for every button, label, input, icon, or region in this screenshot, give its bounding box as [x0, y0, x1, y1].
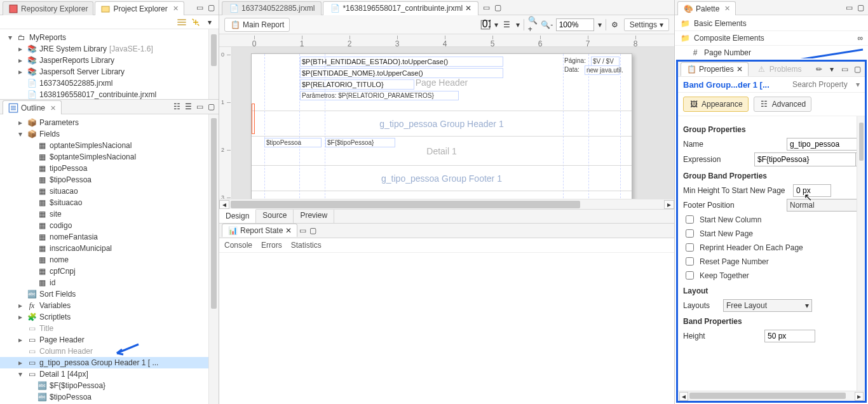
chk-reset-page-number[interactable] — [686, 257, 694, 266]
text-field[interactable]: $P{BTH_ENTIDADE_ESTADO}.toUpperCase() — [300, 57, 503, 67]
outline-fields[interactable]: ▾📦Fields — [0, 128, 219, 140]
chk-reprint-header[interactable] — [686, 243, 694, 252]
subtab-stats[interactable]: Statistics — [291, 241, 322, 250]
tree-mode-icon[interactable]: ☷ — [172, 102, 182, 112]
outline-tree[interactable]: ▸📦Parameters ▾📦Fields ▦optanteSimplesNac… — [0, 114, 219, 404]
search-dropdown[interactable]: ▾ — [856, 80, 860, 89]
project-tree[interactable]: ▾🗀MyReports ▸📚JRE System Library [JavaSE… — [0, 29, 219, 99]
outline-title-band[interactable]: ▭Title — [0, 323, 219, 334]
outline-field[interactable]: ▦id — [0, 277, 219, 288]
view-appearance[interactable]: 🖼Appearance — [683, 97, 749, 112]
tool-icon[interactable]: 010 — [480, 20, 491, 30]
maximize-icon[interactable]: ▢ — [492, 3, 503, 13]
text-field[interactable]: $P{RELATORIO_TITULO} — [300, 79, 414, 90]
outline-field[interactable]: ▦nome — [0, 254, 219, 266]
minimize-icon[interactable]: ▭ — [297, 226, 308, 236]
tree-item[interactable]: 📄1637340522885.jrxml — [0, 77, 219, 89]
mode-source[interactable]: Source — [256, 210, 294, 223]
ruler-vertical[interactable]: 0123 — [219, 47, 232, 199]
list-mode-icon[interactable]: ☰ — [183, 102, 193, 112]
maximize-icon[interactable]: ▢ — [308, 226, 318, 236]
zoom-in-icon[interactable]: 🔍+ — [528, 20, 538, 30]
chk-start-new-column[interactable] — [686, 215, 694, 224]
tab-outline[interactable]: Outline ✕ — [3, 100, 62, 114]
text-field[interactable]: $tipoPessoa — [264, 138, 322, 147]
outline-detail[interactable]: ▾▭Detail 1 [44px] — [0, 368, 219, 380]
text-field[interactable]: $P{ENTIDADE_NOME}.toUpperCase() — [300, 68, 503, 78]
tab-project-explorer[interactable]: Project Explorer ✕ — [95, 1, 184, 15]
tool-icon[interactable]: ☰ — [502, 20, 512, 30]
scrollbar-vertical[interactable] — [208, 29, 219, 99]
view-menu-icon[interactable]: ▾ — [205, 17, 215, 27]
link-editor-icon[interactable] — [191, 17, 201, 27]
maximize-icon[interactable]: ▢ — [206, 102, 216, 112]
tree-item[interactable]: ▸📚JRE System Library [JavaSE-1.6] — [0, 43, 219, 55]
outline-detail-field[interactable]: 🔤$tipoPessoa — [0, 391, 219, 403]
infinity-icon[interactable]: ∞ — [857, 34, 863, 43]
outline-sort-fields[interactable]: 🔤Sort Fields — [0, 288, 219, 300]
tree-item[interactable]: ▸📚JasperReports Library — [0, 55, 219, 66]
band-group-footer[interactable]: g_tipo_pessoa Group Footer 1 — [252, 166, 632, 191]
maximize-icon[interactable]: ▢ — [206, 3, 216, 13]
static-text[interactable]: Página: — [563, 57, 588, 65]
outline-column-header[interactable]: ▭Column Header — [0, 346, 219, 357]
outline-field[interactable]: ▦$tipoPessoa — [0, 174, 219, 185]
min-height-input[interactable] — [793, 184, 831, 197]
pin-icon[interactable]: ▾ — [827, 64, 837, 74]
outline-group-header-selected[interactable]: ▸▭g_tipo_pessoa Group Header 1 [ ... — [0, 357, 219, 368]
maximize-icon[interactable]: ▢ — [852, 64, 862, 74]
band-page-header[interactable]: Page Header $P{BTH_ENTIDADE_ESTADO}.toUp… — [252, 54, 632, 111]
tree-root[interactable]: ▾🗀MyReports — [0, 32, 219, 43]
outline-field[interactable]: ▦cpfCnpj — [0, 266, 219, 277]
outline-variables[interactable]: ▸fxVariables — [0, 300, 219, 311]
scrollbar-vertical[interactable] — [857, 116, 865, 391]
close-icon[interactable]: ✕ — [50, 104, 56, 112]
new-icon[interactable]: ✏ — [814, 64, 824, 74]
height-input[interactable] — [764, 330, 815, 342]
outline-detail-field[interactable]: 🔤$F{$tipoPessoa} — [0, 380, 219, 391]
view-advanced[interactable]: ☷Advanced — [754, 97, 811, 112]
outline-parameters[interactable]: ▸📦Parameters — [0, 117, 219, 128]
minimize-icon[interactable]: ▭ — [839, 64, 850, 74]
scrollbar-horizontal[interactable]: ◂ ▸ — [219, 199, 674, 209]
tab-report-state[interactable]: 📊Report State✕ — [222, 224, 297, 237]
expression-input[interactable] — [754, 152, 856, 166]
maximize-icon[interactable]: ▢ — [855, 3, 865, 13]
close-icon[interactable]: ✕ — [736, 65, 743, 74]
text-field[interactable]: $V / $V — [591, 57, 620, 66]
palette-group-composite[interactable]: 📁Composite Elements∞ — [675, 30, 868, 45]
band-detail[interactable]: Detail 1 $tipoPessoa $F{$tipoPessoa} — [252, 137, 632, 166]
text-field[interactable]: Parâmetros: $P{RELATORIO_PARAMETROS} — [300, 91, 459, 100]
scroll-right-button[interactable]: ▸ — [664, 200, 674, 209]
tab-properties[interactable]: 📋Properties✕ — [681, 62, 749, 76]
band-group-header[interactable]: g_tipo_pessoa Group Header 1 — [252, 111, 632, 137]
outline-field[interactable]: ▦$optanteSimplesNacional — [0, 151, 219, 163]
search-property-input[interactable] — [791, 79, 855, 90]
band-page-footer[interactable]: Page Footer — [252, 191, 632, 199]
ruler-horizontal[interactable]: 012345678 — [219, 34, 674, 47]
minimize-icon[interactable]: ▭ — [194, 102, 205, 112]
mode-preview[interactable]: Preview — [294, 210, 334, 223]
outline-field[interactable]: ▦situacao — [0, 185, 219, 197]
outline-field[interactable]: ▦inscricaoMunicipal — [0, 243, 219, 254]
tab-problems[interactable]: ⚠Problems — [751, 62, 808, 76]
scrollbar-vertical[interactable] — [208, 114, 219, 404]
tree-item[interactable]: ▸📚Jaspersoft Server Library — [0, 66, 219, 77]
footer-position-select[interactable]: Normal — [787, 199, 863, 212]
gear-icon[interactable]: ⚙ — [610, 20, 620, 30]
minimize-icon[interactable]: ▭ — [194, 3, 205, 13]
breadcrumb[interactable]: Band Group...der 1 [... — [683, 80, 770, 90]
subtab-console[interactable]: Console — [224, 241, 252, 250]
main-report-crumb[interactable]: 📋Main Report — [224, 18, 290, 32]
editor-tab-active[interactable]: 📄*1638196558017_contribuinte.jrxml✕ — [323, 1, 478, 15]
close-icon[interactable]: ✕ — [465, 4, 471, 13]
editor-tab[interactable]: 📄1637340522885.jrxml — [222, 1, 322, 15]
subtab-errors[interactable]: Errors — [261, 241, 282, 250]
design-canvas[interactable]: Page Header $P{BTH_ENTIDADE_ESTADO}.toUp… — [232, 47, 674, 199]
text-field[interactable]: $F{$tipoPessoa} — [325, 138, 395, 147]
report-page[interactable]: Page Header $P{BTH_ENTIDADE_ESTADO}.toUp… — [251, 53, 632, 199]
name-input[interactable] — [787, 138, 863, 151]
outline-field[interactable]: ▦optanteSimplesNacional — [0, 140, 219, 151]
chk-keep-together[interactable] — [686, 271, 694, 279]
palette-group-basic[interactable]: 📁Basic Elements — [675, 17, 868, 30]
